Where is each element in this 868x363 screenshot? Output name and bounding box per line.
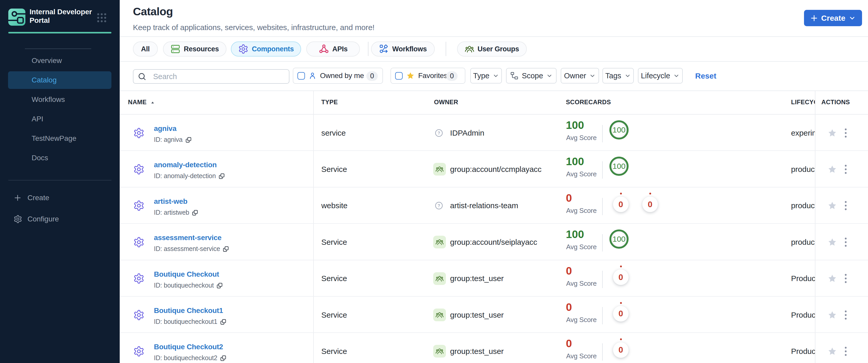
svg-text:?: ? bbox=[438, 204, 440, 208]
svg-text:?: ? bbox=[438, 131, 440, 135]
